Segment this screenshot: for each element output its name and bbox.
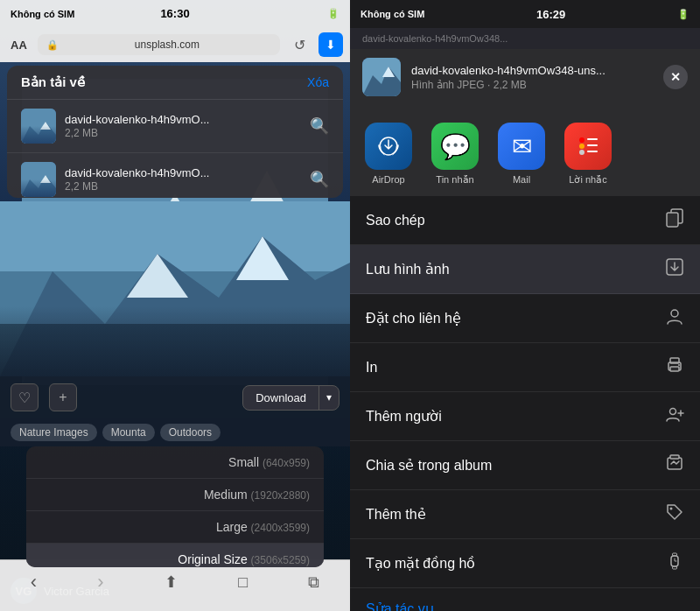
lock-icon: 🔒	[46, 39, 59, 51]
tag-nature-images[interactable]: Nature Images	[10, 424, 97, 441]
bookmark-button[interactable]: □	[224, 570, 262, 595]
action-print-label: In	[366, 360, 377, 376]
size-dropdown: Small (640x959) Medium (1920x2880) Large…	[26, 446, 324, 567]
downloads-header: Bản tải về Xóa	[7, 66, 343, 100]
app-icon-reminders[interactable]: Lời nhắc	[556, 119, 620, 189]
left-panel: Không có SIM 16:30 🔋 AA 🔒 unsplash.com ↺…	[0, 0, 350, 611]
reminders-label: Lời nhắc	[569, 174, 606, 186]
time-left: 16:30	[160, 7, 189, 20]
action-share-album[interactable]: Chia sẻ trong album	[350, 441, 700, 490]
back-button[interactable]: ‹	[17, 567, 51, 597]
share-thumbnail	[362, 58, 401, 96]
downloads-title: Bản tải về	[21, 74, 85, 90]
action-create-watch-face[interactable]: Tạo mặt đồng hồ	[350, 539, 700, 588]
action-save-image-label: Lưu hình ảnh	[366, 261, 450, 277]
size-original-dim: (3506x5259)	[251, 554, 310, 566]
heart-button[interactable]: ♡	[10, 383, 38, 411]
svg-rect-5	[21, 109, 56, 144]
share-close-button[interactable]: ✕	[663, 65, 688, 89]
downloads-clear-button[interactable]: Xóa	[307, 75, 329, 89]
tag-mounta[interactable]: Mounta	[102, 424, 155, 441]
svg-point-34	[678, 364, 680, 366]
action-bar: ♡ + Download ▾	[0, 376, 350, 418]
forward-button[interactable]: ›	[83, 567, 117, 597]
svg-point-35	[670, 409, 676, 415]
messages-emoji: 💬	[440, 132, 471, 161]
reminders-icon	[564, 123, 612, 170]
share-header: david-kovalenko-h4h9vmOw348-uns... Hình …	[350, 49, 700, 105]
action-set-contact[interactable]: Đặt cho liên hệ	[350, 294, 700, 343]
size-medium[interactable]: Medium (1920x2880)	[26, 479, 324, 511]
size-medium-dim: (1920x2880)	[251, 489, 310, 502]
tags-bar: Nature Images Mounta Outdoors	[0, 418, 350, 446]
carrier-right: Không có SIM	[360, 9, 424, 19]
download-info-1: david-kovalenko-h4h9vmO... 2,2 MB	[65, 113, 301, 139]
mail-emoji: ✉	[512, 132, 532, 161]
action-copy[interactable]: Sao chép	[350, 196, 700, 245]
download-button-group[interactable]: Download ▾	[242, 385, 340, 411]
download-size-1: 2,2 MB	[65, 127, 301, 139]
svg-rect-36	[668, 458, 682, 469]
action-edit-actions[interactable]: Sửa tác vụ...	[350, 588, 700, 611]
action-add-tag-label: Thêm thẻ	[366, 506, 426, 523]
download-main-button[interactable]: Download	[243, 386, 319, 410]
aa-button[interactable]: AA	[7, 37, 31, 53]
size-large[interactable]: Large (2400x3599)	[26, 511, 324, 544]
app-icon-mail[interactable]: ✉ Mail	[490, 119, 553, 189]
svg-rect-24	[587, 138, 598, 140]
svg-point-23	[579, 150, 584, 155]
app-icons-row: AirDrop 💬 Tin nhắn ✉ Mail	[350, 105, 700, 196]
svg-point-22	[579, 144, 584, 149]
download-chevron-button[interactable]: ▾	[319, 386, 339, 409]
status-icons-right: 🔋	[677, 9, 690, 20]
reload-button[interactable]: ↺	[287, 32, 312, 57]
right-panel: Không có SIM 16:29 🔋 david-kovalenko-h4h…	[350, 0, 700, 611]
size-small[interactable]: Small (640x959)	[26, 446, 324, 479]
action-add-person[interactable]: Thêm người	[350, 392, 700, 441]
action-edit-actions-label: Sửa tác vụ...	[366, 600, 445, 611]
action-print[interactable]: In	[350, 343, 700, 392]
download-item-2[interactable]: david-kovalenko-h4h9vmO... 2,2 MB 🔍	[7, 153, 343, 198]
download-search-button-1[interactable]: 🔍	[310, 116, 329, 136]
action-copy-label: Sao chép	[366, 213, 425, 228]
tabs-button[interactable]: ⧉	[294, 570, 333, 595]
svg-rect-41	[673, 566, 677, 569]
mail-label: Mail	[513, 174, 530, 185]
download-badge-icon: ⬇	[326, 38, 336, 52]
share-button[interactable]: ⬆	[150, 569, 192, 595]
battery-right: 🔋	[677, 9, 690, 20]
plus-icon: +	[59, 390, 66, 405]
contact-icon	[665, 306, 684, 330]
tag-outdoors[interactable]: Outdoors	[160, 424, 220, 441]
carrier-left: Không có SIM	[10, 9, 74, 19]
svg-rect-40	[673, 553, 677, 556]
download-filename-1: david-kovalenko-h4h9vmO...	[65, 113, 301, 126]
plus-button[interactable]: +	[49, 383, 77, 411]
mail-icon: ✉	[498, 123, 545, 170]
app-icon-airdrop[interactable]: AirDrop	[357, 119, 420, 189]
svg-rect-8	[21, 162, 56, 197]
svg-rect-16	[0, 324, 350, 376]
print-icon	[665, 355, 684, 379]
download-badge-button[interactable]: ⬇	[318, 32, 343, 57]
download-search-button-2[interactable]: 🔍	[310, 170, 329, 189]
svg-point-30	[671, 310, 678, 317]
watch-icon	[665, 551, 684, 575]
action-share-album-label: Chia sẻ trong album	[366, 457, 492, 474]
download-size-2: 2,2 MB	[65, 180, 301, 193]
app-icon-messages[interactable]: 💬 Tin nhắn	[424, 119, 486, 189]
download-item-1[interactable]: david-kovalenko-h4h9vmO... 2,2 MB 🔍	[7, 100, 343, 153]
action-save-image[interactable]: Lưu hình ảnh	[350, 245, 700, 294]
save-image-icon	[665, 257, 684, 281]
url-bar[interactable]: 🔒 unsplash.com	[38, 34, 280, 55]
action-add-tag[interactable]: Thêm thẻ	[350, 490, 700, 539]
size-small-dim: (640x959)	[262, 457, 310, 469]
action-set-contact-label: Đặt cho liên hệ	[366, 310, 461, 327]
svg-rect-28	[667, 213, 678, 227]
messages-icon: 💬	[431, 123, 479, 170]
size-original[interactable]: Original Size (3506x5259)	[26, 544, 324, 567]
time-right: 16:29	[536, 8, 565, 21]
svg-rect-33	[670, 367, 679, 371]
size-large-dim: (2400x3599)	[251, 522, 310, 534]
svg-rect-37	[670, 455, 679, 459]
